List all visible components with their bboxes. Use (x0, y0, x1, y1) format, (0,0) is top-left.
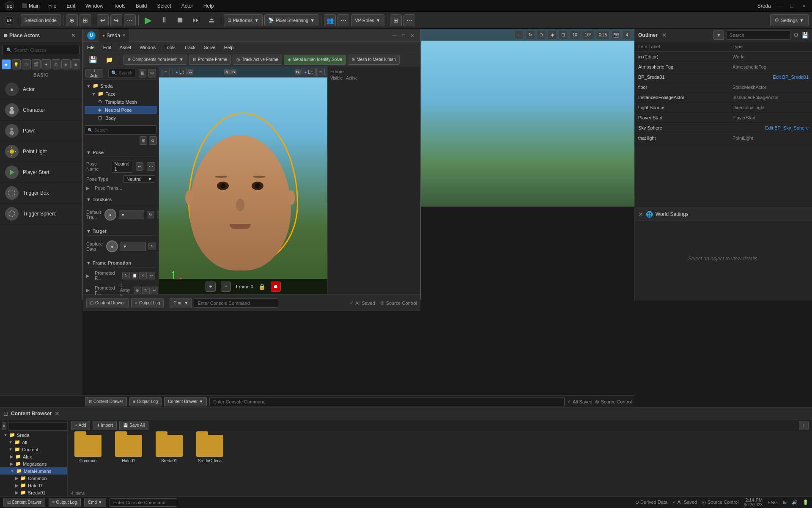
content-drawer-btn[interactable]: ⊡ Content Drawer (85, 397, 127, 406)
mh-console-input[interactable] (194, 298, 278, 308)
cb-folder-halo01[interactable]: Halo01 (112, 435, 145, 463)
cb-folder-common[interactable]: Common (71, 435, 105, 463)
menu-build[interactable]: Build (134, 2, 149, 10)
transform-btn[interactable]: ⊕ (66, 14, 78, 26)
vp-lit-btn-b[interactable]: ● Lit (302, 68, 316, 76)
mh-menu-file[interactable]: File (85, 44, 96, 51)
vp-roles-btn[interactable]: VP Roles ▼ (351, 14, 384, 26)
output-log-btn[interactable]: ≡ Output Log (129, 397, 162, 406)
pose-reset-btn[interactable]: ↩ (136, 162, 143, 171)
track-active-btn[interactable]: ◎ Track Active Frame (233, 55, 282, 65)
pose-name-value[interactable]: Neutral 1 (112, 160, 132, 173)
cb-tree-metahumans[interactable]: ▼ 📁 MetaHumans (0, 467, 67, 475)
eject-btn[interactable]: ⏏ (205, 14, 218, 26)
outliner-filter-btn[interactable]: ▼ (713, 30, 724, 40)
mh-tab-close[interactable]: ✕ (122, 33, 126, 38)
mh-identity-btn[interactable]: ◈ MetaHuman Identity Solve (284, 55, 346, 65)
capture-dropdown-btn[interactable]: ▼ (121, 242, 146, 251)
menu-tools[interactable]: Tools (112, 2, 127, 10)
vp-menu-btn[interactable]: ≡ (162, 68, 170, 76)
cb-view-btn[interactable]: ↕ (799, 421, 809, 430)
actor-item-actor[interactable]: ● Actor (0, 79, 82, 100)
outliner-row-0[interactable]: in (Editor) World (635, 52, 812, 62)
pose-section-header[interactable]: ▼ Pose (86, 148, 155, 157)
save-btn[interactable]: 💾 (85, 55, 101, 65)
cb-folder-sreda01-item[interactable]: Sreda01 (152, 435, 186, 463)
mh-menu-tools[interactable]: Tools (163, 44, 177, 51)
settings-btn2[interactable]: ⚙ (149, 136, 157, 145)
mh-menu-window[interactable]: Window (138, 44, 158, 51)
cb-tree-content[interactable]: ▼ 📁 Content (5, 446, 67, 453)
tree-template-mesh[interactable]: ⊙ Template Mesh (85, 98, 157, 106)
outliner-row-8[interactable]: that light PointLight (635, 133, 812, 143)
browse-btn[interactable]: 📁 (102, 55, 116, 65)
tree-neutral-pose[interactable]: ◈ Neutral Pose (85, 106, 157, 114)
cmd-btn[interactable]: Content Drawer ▼ (164, 397, 207, 406)
vp-rotate-btn[interactable]: ↻ (526, 30, 535, 39)
mesh-to-mh-btn[interactable]: ⊛ Mesh to MetaHuman (348, 55, 400, 65)
outliner-row-1[interactable]: Atmospheric Fog AtmosphericFog (635, 62, 812, 72)
extra-btn2[interactable]: ⋯ (337, 14, 349, 26)
cb-tree-megascans[interactable]: ▶ 📁 Megascans (0, 460, 67, 467)
actor-item-trigger-box[interactable]: Trigger Box (0, 183, 82, 204)
place-actors-close[interactable]: ✕ (68, 29, 79, 42)
components-mesh-btn[interactable]: ⊕ Components from Mesh ▼ (123, 55, 187, 65)
outliner-row-5[interactable]: Light Source DirectionalLight (635, 102, 812, 113)
trackers-section-header[interactable]: ▼ Trackers (86, 195, 155, 204)
mh-content-drawer-btn[interactable]: ⊡ Content Drawer (86, 298, 129, 308)
sb-content-drawer[interactable]: ⊡ Content Drawer (3, 498, 45, 507)
tab-lights[interactable]: 💡 (12, 59, 21, 69)
settings-btn[interactable]: ⚙ Settings ▼ (770, 14, 809, 26)
mh-cmd-btn[interactable]: Cmd ▼ (170, 298, 192, 308)
cb-tree-all[interactable]: ▼ 📁 All (5, 439, 67, 446)
cb-tree-sreda01[interactable]: ▶ 📁 Sreda01 (0, 489, 67, 496)
pf2-reset[interactable]: ↩ (151, 287, 158, 294)
menu-file[interactable]: File (47, 2, 58, 10)
mh-menu-track[interactable]: Track (182, 44, 197, 51)
settings-tree-btn[interactable]: ⚙ (148, 69, 156, 77)
grid-btn[interactable]: ⊞ (140, 136, 147, 145)
actor-item-point-light[interactable]: Point Light (0, 141, 82, 162)
actor-item-pawn[interactable]: Pawn (0, 121, 82, 141)
tab-basic[interactable]: ★ (2, 59, 11, 69)
skip-btn[interactable]: ⏭ (189, 14, 203, 26)
play-btn[interactable]: ▶ (141, 14, 155, 26)
actor-item-trigger-sphere[interactable]: Trigger Sphere (0, 204, 82, 224)
vp-angle-btn[interactable]: 10° (582, 30, 594, 39)
outliner-settings-btn[interactable]: ⚙ (793, 32, 799, 39)
selection-mode-btn[interactable]: Selection Mode (21, 14, 60, 26)
capture-refresh-btn[interactable]: ↻ (148, 243, 156, 250)
vp-scale-btn[interactable]: ⊕ (537, 30, 546, 39)
cb-close-btn[interactable]: ✕ (55, 410, 60, 417)
pf2-refresh[interactable]: ↻ (142, 287, 150, 294)
vp-4btn[interactable]: 4 (623, 30, 631, 39)
pause-btn[interactable]: ⏸ (157, 14, 171, 26)
tab-visual[interactable]: ✦ (41, 59, 51, 69)
vp-record-btn[interactable]: ⏺ (271, 282, 281, 292)
tab-volumes[interactable]: ◈ (61, 59, 71, 69)
vp-zoom-out[interactable]: − (221, 282, 231, 292)
outliner-row-7[interactable]: Sky Sphere Edit BP_Sky_Sphere (635, 123, 812, 133)
frame-promo-header[interactable]: ▼ Frame Promotion (86, 259, 155, 268)
search-classes-box[interactable]: 🔍 Search Classes (3, 45, 80, 55)
menu-help[interactable]: Help (202, 2, 216, 10)
snap-btn[interactable]: ⊞ (80, 14, 91, 26)
cb-save-all-btn[interactable]: 💾 Save All (119, 421, 148, 430)
outliner-save-btn[interactable]: 💾 (801, 32, 809, 39)
mh-menu-solve[interactable]: Solve (202, 44, 217, 51)
actor-item-player-start[interactable]: Player Start (0, 162, 82, 183)
mh-menu-help[interactable]: Help (222, 44, 236, 51)
cb-folder-sredaodeca-item[interactable]: SredaOdeca (193, 435, 227, 463)
outliner-close-btn[interactable]: ✕ (662, 32, 667, 39)
cb-add-btn[interactable]: + Add (71, 421, 90, 430)
ws-close-btn[interactable]: ✕ (638, 211, 643, 218)
pf2-add[interactable]: ⊕ (134, 287, 141, 294)
platforms-btn[interactable]: ⊡ Platforms ▼ (224, 14, 263, 26)
outliner-row-3[interactable]: floor StaticMeshActor (635, 82, 812, 92)
pf1-refresh[interactable]: ↻ (122, 272, 130, 279)
pose-type-dropdown[interactable]: Neutral ▼ (123, 175, 155, 183)
stop-btn[interactable]: ⏹ (173, 14, 187, 26)
tree-body[interactable]: ⊡ Body (85, 114, 157, 122)
mh-menu-asset[interactable]: Asset (118, 44, 133, 51)
actor-item-character[interactable]: Character (0, 100, 82, 121)
